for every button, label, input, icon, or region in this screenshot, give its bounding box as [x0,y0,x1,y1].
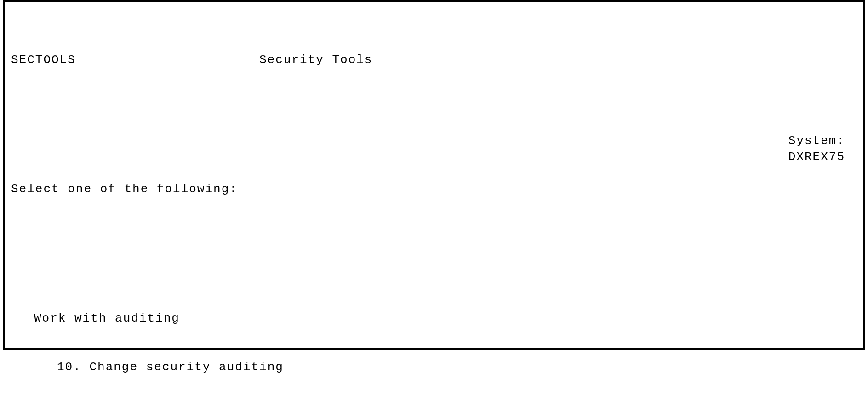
group-heading-auditing: Work with auditing [11,311,857,327]
terminal-screen: SECTOOLS Security Tools System: DXREX75 … [3,0,865,350]
blank-row [11,246,857,262]
select-prompt: Select one of the following: [11,181,857,197]
header-row: SECTOOLS Security Tools [11,52,857,68]
option-label: Change security auditing [89,360,283,374]
option-number: 10. [57,360,81,374]
system-label: System: [788,133,845,149]
system-row: System: DXREX75 [11,117,857,133]
menu-option-10[interactable]: 10. Change security auditing [11,359,857,375]
page-title: Security Tools [259,52,372,68]
system-name: DXREX75 [788,149,845,165]
menu-name: SECTOOLS [11,52,259,68]
